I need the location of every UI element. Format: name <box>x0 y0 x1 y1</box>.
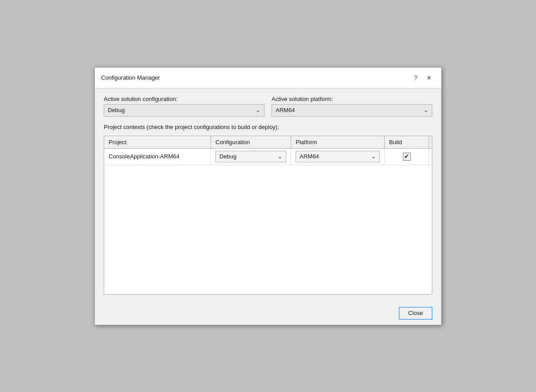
active-config-label: Active solution configuration: <box>104 96 264 102</box>
table-body: ConsoleApplication-ARM64 Debug ARM64 <box>104 149 432 294</box>
table-row: ConsoleApplication-ARM64 Debug ARM64 <box>104 149 432 165</box>
column-configuration: Configuration <box>211 136 291 148</box>
column-build: Build <box>385 136 429 148</box>
project-table: Project Configuration Platform Build Dep… <box>104 136 432 295</box>
configuration-manager-dialog: Configuration Manager ? ✕ Active solutio… <box>94 67 442 325</box>
active-config-dropdown-wrapper: Debug <box>104 104 264 117</box>
active-platform-label: Active solution platform: <box>272 96 432 102</box>
close-button[interactable]: Close <box>399 307 432 319</box>
row-platform-select[interactable]: ARM64 <box>296 151 380 162</box>
build-checkbox[interactable] <box>403 153 411 161</box>
cell-configuration[interactable]: Debug <box>211 149 291 165</box>
cell-platform[interactable]: ARM64 <box>291 149 385 165</box>
help-button[interactable]: ? <box>410 72 422 84</box>
active-config-group: Active solution configuration: Debug <box>104 96 264 117</box>
title-bar-left: Configuration Manager <box>101 74 160 81</box>
column-project: Project <box>104 136 211 148</box>
row-config-select[interactable]: Debug <box>215 151 286 162</box>
active-platform-group: Active solution platform: ARM64 <box>272 96 432 117</box>
close-window-button[interactable]: ✕ <box>423 72 435 84</box>
dialog-footer: Close <box>95 302 441 325</box>
dialog-title: Configuration Manager <box>101 74 160 81</box>
cell-project-name: ConsoleApplication-ARM64 <box>104 149 211 165</box>
title-bar-right: ? ✕ <box>410 72 435 84</box>
config-dropdown-wrapper: Debug <box>215 151 286 162</box>
active-platform-select[interactable]: ARM64 <box>272 104 432 117</box>
cell-build[interactable] <box>385 149 429 165</box>
active-config-select[interactable]: Debug <box>104 104 264 117</box>
active-platform-dropdown-wrapper: ARM64 <box>272 104 432 117</box>
cell-deploy[interactable] <box>429 149 432 165</box>
table-header: Project Configuration Platform Build Dep… <box>104 136 432 149</box>
project-contexts-label: Project contexts (check the project conf… <box>104 124 432 130</box>
top-dropdowns: Active solution configuration: Debug Act… <box>104 96 432 117</box>
platform-dropdown-wrapper: ARM64 <box>296 151 380 162</box>
title-bar: Configuration Manager ? ✕ <box>95 68 441 89</box>
column-deploy: Deploy <box>429 136 432 148</box>
dialog-body: Active solution configuration: Debug Act… <box>95 89 441 302</box>
column-platform: Platform <box>291 136 385 148</box>
